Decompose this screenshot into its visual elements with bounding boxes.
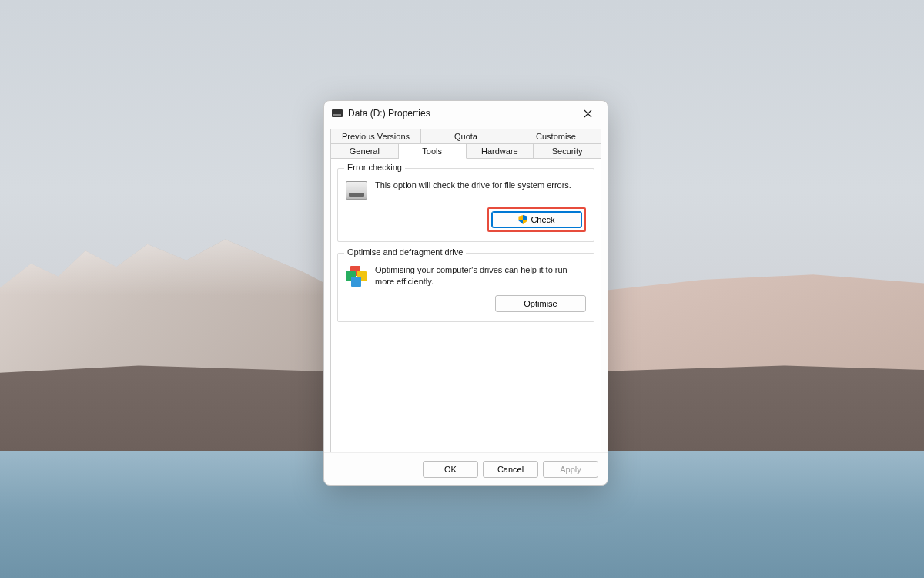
optimise-description: Optimising your computer's drives can he… [375,264,586,287]
cancel-button[interactable]: Cancel [483,461,538,478]
hard-drive-icon [346,181,367,200]
dialog-footer: OK Cancel Apply [324,452,608,485]
tab-security[interactable]: Security [534,143,601,159]
group-title-optimise: Optimise and defragment drive [344,247,466,257]
titlebar[interactable]: Data (D:) Properties [324,101,608,126]
tab-tools[interactable]: Tools [399,143,467,159]
optimise-button[interactable]: Optimise [495,295,586,312]
ok-button[interactable]: OK [423,461,478,478]
check-button-label: Check [531,215,554,224]
check-button[interactable]: Check [491,211,582,228]
apply-button[interactable]: Apply [543,461,598,478]
properties-dialog: Data (D:) Properties Previous Versions Q… [323,100,608,486]
group-optimise: Optimise and defragment drive Optimising… [337,253,594,322]
tab-panel-tools: Error checking This option will check th… [330,159,601,452]
group-error-checking: Error checking This option will check th… [337,168,594,242]
window-title: Data (D:) Properties [348,108,574,119]
drive-icon [332,109,343,117]
error-checking-description: This option will check the drive for fil… [375,180,586,191]
defrag-icon [346,266,367,284]
close-button[interactable] [574,102,601,124]
shield-icon [518,215,527,224]
optimise-button-label: Optimise [524,299,557,308]
tab-quota[interactable]: Quota [421,129,511,143]
tab-general[interactable]: General [330,143,399,159]
tab-previous-versions[interactable]: Previous Versions [330,129,421,143]
tab-strip: Previous Versions Quota Customise Genera… [324,126,608,159]
tab-customise[interactable]: Customise [511,129,601,143]
group-title-error-checking: Error checking [344,163,405,172]
tab-hardware[interactable]: Hardware [467,143,534,159]
check-button-highlight: Check [487,207,586,232]
close-icon [584,109,592,118]
